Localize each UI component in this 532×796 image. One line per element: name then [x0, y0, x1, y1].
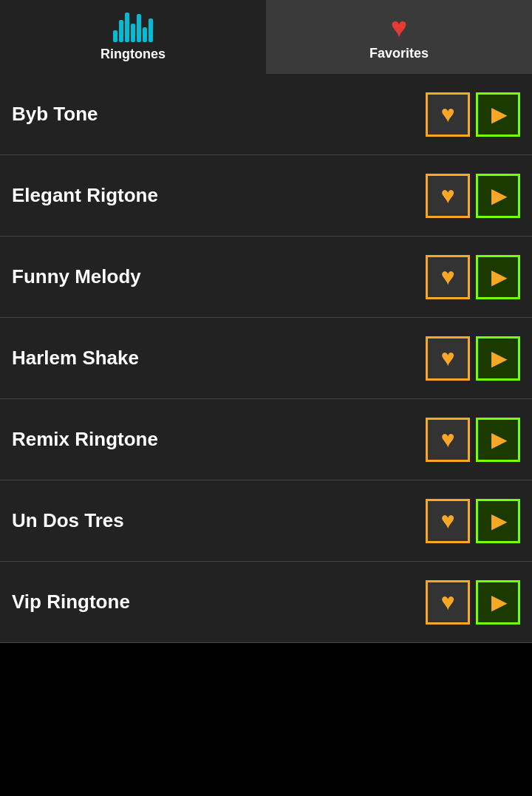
favorite-button[interactable]: ♥: [426, 255, 470, 299]
favorites-tab-label: Favorites: [369, 46, 429, 61]
list-item: Harlem Shake ♥ ▶: [0, 318, 532, 399]
heart-icon: ♥: [441, 426, 455, 453]
item-actions: ♥ ▶: [426, 174, 520, 218]
ringtone-name: Byb Tone: [12, 103, 98, 126]
play-button[interactable]: ▶: [476, 580, 520, 625]
ringtone-name: Elegant Rigtone: [12, 184, 158, 207]
tab-bar: Ringtones ♥ Favorites: [0, 0, 532, 74]
ringtone-name: Harlem Shake: [12, 347, 139, 370]
favorite-button[interactable]: ♥: [426, 499, 470, 543]
list-item: Byb Tone ♥ ▶: [0, 74, 532, 155]
play-button[interactable]: ▶: [476, 255, 520, 299]
heart-icon: ♥: [441, 588, 455, 616]
play-icon: ▶: [491, 427, 508, 452]
heart-icon: ♥: [441, 101, 455, 128]
play-button[interactable]: ▶: [476, 499, 520, 543]
favorite-button[interactable]: ♥: [426, 336, 470, 381]
item-actions: ♥ ▶: [426, 336, 520, 381]
favorite-button[interactable]: ♥: [426, 92, 470, 137]
favorite-button[interactable]: ♥: [426, 418, 470, 462]
play-icon: ▶: [491, 590, 508, 614]
heart-icon: ♥: [441, 344, 455, 372]
ringtones-tab-label: Ringtones: [100, 47, 166, 62]
tab-favorites[interactable]: ♥ Favorites: [266, 0, 532, 74]
waveform-icon: [113, 13, 153, 42]
heart-icon: ♥: [441, 182, 455, 209]
list-item: Elegant Rigtone ♥ ▶: [0, 155, 532, 237]
play-icon: ▶: [491, 346, 508, 370]
favorite-button[interactable]: ♥: [426, 174, 470, 218]
item-actions: ♥ ▶: [426, 499, 520, 543]
ringtone-name: Un Dos Tres: [12, 509, 124, 532]
play-icon: ▶: [491, 183, 508, 208]
play-button[interactable]: ▶: [476, 92, 520, 137]
item-actions: ♥ ▶: [426, 580, 520, 625]
favorite-button[interactable]: ♥: [426, 580, 470, 625]
play-icon: ▶: [491, 265, 508, 289]
play-button[interactable]: ▶: [476, 418, 520, 462]
tab-ringtones[interactable]: Ringtones: [0, 0, 266, 74]
item-actions: ♥ ▶: [426, 92, 520, 137]
ringtone-name: Remix Ringtone: [12, 428, 158, 451]
list-item: Vip Ringtone ♥ ▶: [0, 562, 532, 643]
ringtone-name: Funny Melody: [12, 265, 141, 288]
heart-icon: ♥: [441, 507, 455, 534]
list-item: Remix Ringtone ♥ ▶: [0, 399, 532, 480]
list-item: Un Dos Tres ♥ ▶: [0, 480, 532, 562]
ringtone-name: Vip Ringtone: [12, 591, 130, 613]
favorites-heart-icon: ♥: [391, 13, 408, 41]
item-actions: ♥ ▶: [426, 418, 520, 462]
list-item: Funny Melody ♥ ▶: [0, 237, 532, 318]
heart-icon: ♥: [441, 263, 455, 290]
play-button[interactable]: ▶: [476, 336, 520, 381]
bottom-area: [0, 643, 532, 769]
item-actions: ♥ ▶: [426, 255, 520, 299]
play-icon: ▶: [491, 508, 508, 533]
ringtone-list: Byb Tone ♥ ▶ Elegant Rigtone ♥ ▶ Funny M…: [0, 74, 532, 643]
play-button[interactable]: ▶: [476, 174, 520, 218]
play-icon: ▶: [491, 102, 508, 126]
